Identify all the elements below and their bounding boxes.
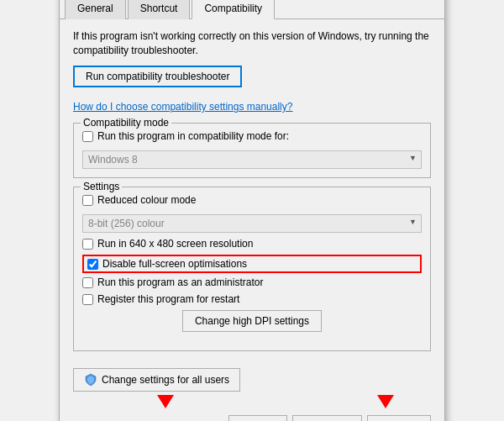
right-arrow-group [377,395,394,408]
dialog: Security Details Previous Versions Gener… [59,0,445,421]
admin-row: Run this program as an administrator [82,276,422,288]
resolution-label: Run in 640 x 480 screen resolution [97,238,253,250]
restart-label: Register this program for restart [97,293,239,305]
ok-button[interactable]: OK [228,415,287,421]
compatibility-mode-checkbox[interactable] [82,131,93,142]
footer-buttons: OK Cancel Apply [60,408,444,421]
tab-general[interactable]: General [65,0,126,19]
left-arrow-group [157,395,174,408]
tab-compatibility[interactable]: Compatibility [192,0,275,19]
admin-label: Run this program as an administrator [97,276,263,288]
shield-icon [84,373,97,387]
cancel-button[interactable]: Cancel [292,415,362,421]
right-arrow-icon [377,395,394,408]
resolution-checkbox[interactable] [82,239,93,250]
compatibility-dropdown-wrap: Windows 8 [82,147,422,169]
reduced-colour-label: Reduced colour mode [97,194,196,206]
colour-dropdown[interactable]: 8-bit (256) colour [82,214,422,233]
resolution-row: Run in 640 x 480 screen resolution [82,238,422,250]
change-users-label: Change settings for all users [102,374,229,386]
admin-checkbox[interactable] [82,277,93,288]
change-users-button[interactable]: Change settings for all users [73,368,240,392]
arrows-area [60,395,444,408]
change-users-area: Change settings for all users [60,368,444,395]
run-troubleshooter-button[interactable]: Run compatibility troubleshooter [73,66,242,87]
fullscreen-optimisations-checkbox[interactable] [87,259,98,270]
compatibility-dropdown[interactable]: Windows 8 [82,150,422,169]
info-text: If this program isn't working correctly … [73,29,431,58]
compatibility-mode-checkbox-row: Run this program in compatibility mode f… [82,130,422,142]
fullscreen-optimisations-row: Disable full-screen optimisations [82,255,422,273]
fullscreen-optimisations-label: Disable full-screen optimisations [102,258,247,270]
left-arrow-icon [157,395,174,408]
tab-shortcut[interactable]: Shortcut [128,0,191,19]
dpi-button-area: Change high DPI settings [82,310,422,337]
reduced-colour-row: Reduced colour mode [82,194,422,206]
restart-checkbox[interactable] [82,294,93,305]
settings-group: Settings Reduced colour mode 8-bit (256)… [73,187,431,351]
compatibility-settings-link[interactable]: How do I choose compatibility settings m… [73,101,431,113]
content-area: If this program isn't working correctly … [60,19,444,369]
compatibility-mode-label: Compatibility mode [81,117,171,129]
settings-label: Settings [81,181,122,192]
colour-dropdown-wrap: 8-bit (256) colour [82,211,422,233]
compatibility-mode-checkbox-label: Run this program in compatibility mode f… [97,130,289,142]
compatibility-mode-group: Compatibility mode Run this program in c… [73,123,431,178]
apply-button[interactable]: Apply [367,415,431,421]
tabs-row-2: General Shortcut Compatibility [60,0,444,19]
reduced-colour-checkbox[interactable] [82,195,93,206]
restart-row: Register this program for restart [82,293,422,305]
change-dpi-button[interactable]: Change high DPI settings [182,310,322,332]
